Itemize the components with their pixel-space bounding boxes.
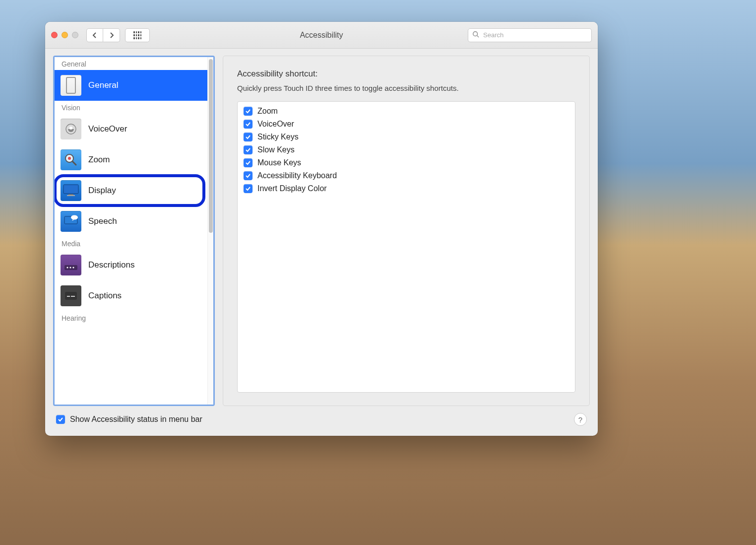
sidebar-item-label: Captions xyxy=(88,291,122,301)
close-window-button[interactable] xyxy=(51,32,58,38)
preferences-window: Accessibility General General xyxy=(45,22,598,436)
help-icon: ? xyxy=(578,415,582,424)
checkbox-icon[interactable] xyxy=(244,171,252,180)
svg-point-14 xyxy=(66,267,68,268)
checkbox-icon[interactable] xyxy=(244,184,252,193)
shortcut-invert-display-color[interactable]: Invert Display Color xyxy=(244,184,569,193)
detail-subtext: Quickly press Touch ID three times to to… xyxy=(237,84,575,92)
shortcut-sticky-keys[interactable]: Sticky Keys xyxy=(244,133,569,141)
svg-line-1 xyxy=(477,36,479,38)
shortcut-zoom[interactable]: Zoom xyxy=(244,107,569,116)
checkbox-icon[interactable] xyxy=(244,158,252,167)
menubar-status-checkbox[interactable] xyxy=(56,415,65,424)
svg-rect-10 xyxy=(67,195,75,196)
shortcut-label: Sticky Keys xyxy=(257,133,299,141)
svg-point-3 xyxy=(69,127,72,130)
sidebar-scrollbar[interactable] xyxy=(207,57,213,405)
sidebar-item-descriptions[interactable]: Descriptions xyxy=(55,250,207,280)
back-button[interactable] xyxy=(86,28,103,42)
checkbox-icon[interactable] xyxy=(244,120,252,129)
sidebar-section-header: Media xyxy=(55,237,207,250)
shortcut-label: Zoom xyxy=(257,107,278,116)
svg-line-6 xyxy=(72,161,76,165)
search-icon xyxy=(472,31,479,39)
svg-point-12 xyxy=(71,215,78,220)
search-input[interactable] xyxy=(482,31,587,39)
sidebar-section-header: General xyxy=(55,57,207,70)
sidebar-item-label: General xyxy=(88,80,118,90)
speech-icon xyxy=(61,211,81,232)
sidebar-section-header: Vision xyxy=(55,101,207,114)
svg-rect-9 xyxy=(68,194,73,195)
shortcut-list: Zoom VoiceOver Sticky Keys Slow Keys xyxy=(237,101,575,393)
titlebar: Accessibility xyxy=(45,22,598,49)
sidebar-item-captions[interactable]: Captions xyxy=(55,280,207,311)
svg-point-16 xyxy=(72,267,74,268)
sidebar-item-label: Speech xyxy=(88,216,117,226)
sidebar-item-speech[interactable]: Speech xyxy=(55,206,207,237)
shortcut-label: Accessibility Keyboard xyxy=(257,171,337,180)
nav-buttons xyxy=(86,28,120,42)
sidebar-section-header: Hearing xyxy=(55,311,207,324)
show-all-button[interactable] xyxy=(125,28,150,42)
shortcut-slow-keys[interactable]: Slow Keys xyxy=(244,145,569,154)
menubar-status-label: Show Accessibility status in menu bar xyxy=(70,415,202,424)
footer-row: Show Accessibility status in menu bar ? xyxy=(53,413,590,429)
zoom-window-button[interactable] xyxy=(72,32,78,38)
help-button[interactable]: ? xyxy=(574,413,587,426)
category-sidebar: General General Vision xyxy=(53,56,215,406)
window-controls xyxy=(51,32,81,38)
zoom-icon xyxy=(61,149,81,170)
shortcut-label: Invert Display Color xyxy=(257,184,327,193)
search-field[interactable] xyxy=(468,28,592,42)
shortcut-label: Slow Keys xyxy=(257,145,295,154)
svg-point-15 xyxy=(69,267,71,268)
window-body: General General Vision xyxy=(45,49,598,436)
sidebar-item-label: Zoom xyxy=(88,155,110,165)
captions-icon xyxy=(61,285,81,306)
checkbox-icon[interactable] xyxy=(244,133,252,141)
detail-panel: Accessibility shortcut: Quickly press To… xyxy=(223,56,590,406)
display-icon xyxy=(61,180,81,201)
voiceover-icon xyxy=(61,119,81,139)
forward-button[interactable] xyxy=(103,28,120,42)
category-list[interactable]: General General Vision xyxy=(55,57,207,405)
grid-icon xyxy=(133,31,141,39)
minimize-window-button[interactable] xyxy=(62,32,68,38)
sidebar-item-voiceover[interactable]: VoiceOver xyxy=(55,114,207,144)
scroll-thumb[interactable] xyxy=(209,59,213,233)
sidebar-item-display[interactable]: Display xyxy=(55,175,207,206)
sidebar-item-zoom[interactable]: Zoom xyxy=(55,144,207,175)
checkbox-icon[interactable] xyxy=(244,107,252,116)
sidebar-item-label: VoiceOver xyxy=(88,124,127,134)
svg-point-0 xyxy=(473,32,478,36)
detail-heading: Accessibility shortcut: xyxy=(237,69,575,79)
sidebar-item-label: Display xyxy=(88,186,116,196)
svg-rect-18 xyxy=(67,296,70,297)
general-icon xyxy=(61,75,81,96)
svg-point-7 xyxy=(68,157,71,160)
shortcut-label: Mouse Keys xyxy=(257,158,301,167)
svg-rect-19 xyxy=(71,296,75,297)
shortcut-accessibility-keyboard[interactable]: Accessibility Keyboard xyxy=(244,171,569,180)
shortcut-voiceover[interactable]: VoiceOver xyxy=(244,120,569,129)
sidebar-item-general[interactable]: General xyxy=(55,70,207,101)
shortcut-label: VoiceOver xyxy=(257,120,294,129)
shortcut-mouse-keys[interactable]: Mouse Keys xyxy=(244,158,569,167)
checkbox-icon[interactable] xyxy=(244,145,252,154)
descriptions-icon xyxy=(61,255,81,275)
sidebar-item-label: Descriptions xyxy=(88,260,135,270)
svg-rect-8 xyxy=(63,185,78,194)
